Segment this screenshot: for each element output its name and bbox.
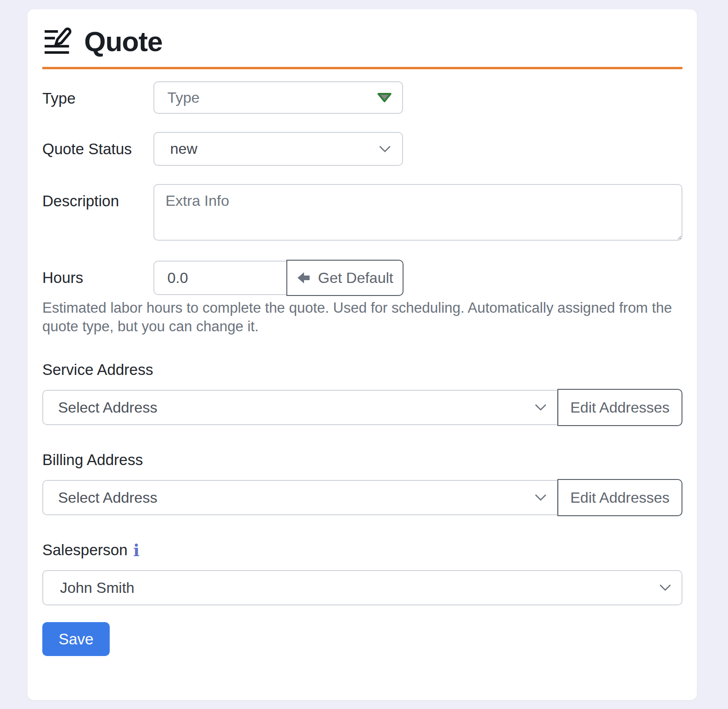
info-icon[interactable]: i <box>133 542 139 558</box>
page-background: Quote Type Type Quote Status <box>0 0 728 709</box>
salesperson-value: John Smith <box>60 579 134 597</box>
document-edit-icon <box>42 27 72 56</box>
card-header: Quote <box>42 21 682 57</box>
billing-address-label: Billing Address <box>42 451 682 469</box>
quote-status-select[interactable]: new <box>153 132 403 166</box>
billing-address-row: Select Address Edit Addresses <box>42 480 682 516</box>
save-button[interactable]: Save <box>42 622 110 656</box>
description-label: Description <box>42 184 153 212</box>
arrow-left-icon <box>297 271 311 284</box>
accent-divider <box>42 67 682 69</box>
quote-card: Quote Type Type Quote Status <box>27 9 697 700</box>
salesperson-label-row: Salesperson i <box>42 541 682 559</box>
type-select[interactable]: Type <box>153 81 403 114</box>
service-address-value: Select Address <box>58 399 157 416</box>
hours-input[interactable] <box>153 261 287 295</box>
billing-address-value: Select Address <box>58 489 157 506</box>
billing-address-select[interactable]: Select Address <box>42 480 558 515</box>
get-default-label: Get Default <box>318 269 393 287</box>
salesperson-label: Salesperson <box>42 541 127 559</box>
quote-status-value: new <box>170 140 198 158</box>
description-textarea[interactable] <box>153 184 682 241</box>
service-address-row: Select Address Edit Addresses <box>42 390 682 426</box>
edit-service-addresses-button[interactable]: Edit Addresses <box>557 389 682 426</box>
quote-status-row: Quote Status new <box>42 132 682 166</box>
get-default-button[interactable]: Get Default <box>286 260 404 296</box>
salesperson-select[interactable]: John Smith <box>42 570 682 605</box>
chevron-down-icon <box>535 494 547 501</box>
service-address-label: Service Address <box>42 361 682 379</box>
description-row: Description <box>42 184 682 243</box>
type-row: Type Type <box>42 81 682 114</box>
type-select-placeholder: Type <box>167 89 199 106</box>
chevron-down-icon <box>535 404 547 411</box>
quote-status-label: Quote Status <box>42 132 153 160</box>
hours-label: Hours <box>42 261 153 289</box>
edit-billing-addresses-button[interactable]: Edit Addresses <box>557 479 682 516</box>
type-label: Type <box>42 81 153 110</box>
dropdown-triangle-icon <box>377 92 392 103</box>
hours-row: Hours Get Default <box>42 261 682 296</box>
chevron-down-icon <box>379 145 391 153</box>
service-address-select[interactable]: Select Address <box>42 390 558 425</box>
chevron-down-icon <box>659 584 671 591</box>
page-title: Quote <box>84 27 162 57</box>
hours-help-text: Estimated labor hours to complete the qu… <box>42 299 682 336</box>
